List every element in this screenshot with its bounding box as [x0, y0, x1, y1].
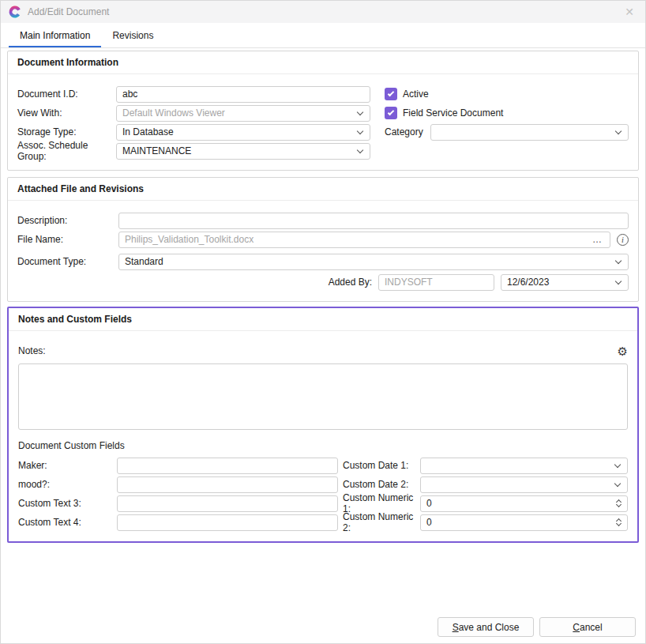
schedule-group-label: Assoc. Schedule Group:	[17, 140, 116, 162]
custom-numeric-2-label: Custom Numeric 2:	[338, 511, 420, 533]
section-notes-custom-fields: Notes and Custom Fields Notes: ⚙ Documen…	[7, 307, 639, 543]
tab-strip: Main Information Revisions	[1, 23, 645, 48]
custom-field-row: mood?: Custom Date 2:	[18, 475, 628, 494]
field-service-checkbox-row: Field Service Document	[385, 104, 629, 122]
custom-date-1-select[interactable]	[420, 458, 628, 474]
field-service-checkbox[interactable]	[385, 107, 397, 119]
chevron-down-icon	[357, 108, 363, 115]
cancel-mnemonic: C	[573, 622, 580, 633]
cancel-label-rest: ancel	[580, 622, 603, 633]
checkmark-icon	[388, 109, 394, 115]
active-checkbox-label: Active	[403, 89, 429, 100]
description-input[interactable]	[118, 213, 629, 229]
chevron-down-icon	[615, 127, 622, 134]
schedule-group-select[interactable]: MAINTENANCE	[116, 143, 370, 160]
spinner-buttons[interactable]	[617, 500, 622, 507]
cancel-button[interactable]: Cancel	[539, 617, 636, 637]
section-document-information: Document Information Document I.D: View …	[7, 51, 639, 171]
custom-fields-title: Document Custom Fields	[18, 440, 628, 451]
description-label: Description:	[17, 215, 118, 226]
footer-buttons: Save and Close Cancel	[438, 617, 636, 637]
maker-input[interactable]	[117, 458, 338, 474]
custom-numeric-1-input[interactable]: 0	[420, 495, 628, 512]
file-name-field[interactable]: Philips_Validation_Toolkit.docx …	[118, 232, 610, 248]
schedule-group-value: MAINTENANCE	[122, 145, 191, 156]
custom-numeric-2-input[interactable]: 0	[420, 514, 628, 531]
view-with-value: Default Windows Viewer	[122, 107, 225, 119]
save-label-rest: ave and Close	[459, 622, 520, 633]
file-name-label: File Name:	[17, 234, 118, 245]
chevron-down-icon	[614, 480, 621, 486]
custom-text-3-label: Custom Text 3:	[18, 498, 117, 509]
active-checkbox[interactable]	[385, 88, 397, 100]
chevron-down-icon	[614, 461, 621, 467]
added-by-label: Added By:	[329, 277, 372, 288]
chevron-down-icon	[357, 146, 363, 153]
title-bar: Add/Edit Document ✕	[1, 1, 645, 23]
custom-date-2-select[interactable]	[420, 476, 628, 493]
maker-label: Maker:	[18, 460, 117, 471]
custom-date-1-label: Custom Date 1:	[338, 460, 420, 471]
chevron-down-icon	[615, 277, 622, 284]
window-title: Add/Edit Document	[28, 6, 109, 17]
app-logo-icon	[9, 6, 21, 18]
notes-textarea[interactable]	[18, 363, 628, 430]
custom-text-3-input[interactable]	[117, 495, 338, 512]
custom-field-row: Custom Text 3: Custom Numeric 1: 0	[18, 494, 628, 513]
chevron-down-icon	[615, 257, 622, 263]
notes-label: Notes:	[18, 345, 46, 356]
gear-icon[interactable]: ⚙	[618, 345, 628, 357]
section-title: Attached File and Revisions	[8, 178, 638, 201]
info-icon[interactable]: i	[617, 234, 629, 246]
field-service-checkbox-label: Field Service Document	[403, 107, 503, 119]
custom-numeric-2-value: 0	[426, 517, 432, 528]
custom-field-row: Custom Text 4: Custom Numeric 2: 0	[18, 513, 628, 532]
custom-text-4-input[interactable]	[117, 514, 338, 531]
file-name-value: Philips_Validation_Toolkit.docx	[125, 234, 254, 245]
custom-text-4-label: Custom Text 4:	[18, 517, 117, 528]
storage-type-value: In Database	[122, 126, 174, 137]
category-select[interactable]	[430, 124, 629, 141]
save-and-close-button[interactable]: Save and Close	[438, 617, 534, 637]
checkmark-icon	[388, 90, 394, 96]
custom-numeric-1-value: 0	[426, 498, 432, 509]
storage-type-label: Storage Type:	[17, 126, 116, 137]
browse-button[interactable]: …	[591, 235, 604, 244]
chevron-down-icon	[357, 127, 363, 134]
section-attached-file: Attached File and Revisions Description:…	[7, 177, 639, 302]
document-id-label: Document I.D:	[17, 89, 116, 100]
active-checkbox-row: Active	[385, 85, 629, 104]
mood-input[interactable]	[117, 476, 338, 493]
section-title: Notes and Custom Fields	[9, 308, 637, 331]
added-date-select[interactable]: 12/6/2023	[501, 274, 629, 291]
added-date-value: 12/6/2023	[507, 277, 549, 288]
document-type-label: Document Type:	[17, 256, 118, 267]
close-icon[interactable]: ✕	[622, 5, 637, 19]
category-label: Category	[385, 126, 430, 137]
mood-label: mood?:	[18, 479, 117, 490]
tab-main-information[interactable]: Main Information	[9, 23, 101, 47]
tab-revisions[interactable]: Revisions	[101, 23, 164, 47]
document-type-select[interactable]: Standard	[118, 254, 629, 270]
storage-type-select[interactable]: In Database	[116, 124, 370, 141]
view-with-select[interactable]: Default Windows Viewer	[116, 105, 370, 122]
view-with-label: View With:	[17, 107, 116, 119]
section-title: Document Information	[8, 51, 638, 74]
added-by-input[interactable]	[378, 274, 494, 291]
save-mnemonic: S	[453, 622, 459, 633]
spinner-buttons[interactable]	[617, 519, 622, 525]
custom-field-row: Maker: Custom Date 1:	[18, 456, 628, 475]
document-type-value: Standard	[125, 256, 163, 267]
document-id-input[interactable]	[116, 86, 370, 103]
custom-date-2-label: Custom Date 2:	[338, 479, 420, 490]
